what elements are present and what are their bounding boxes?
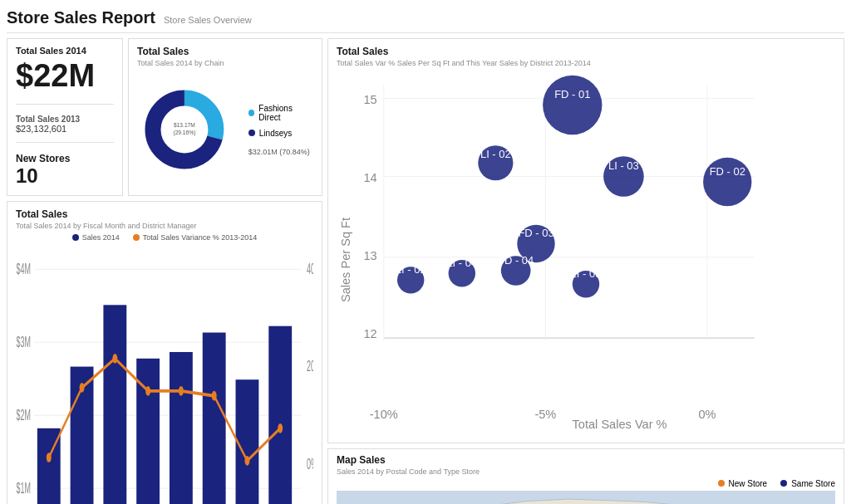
sales2014-dot (72, 234, 79, 241)
scatter-card: Total Sales Total Sales Var % Sales Per … (327, 38, 844, 443)
donut-chart: $13.17M (29.16%) (137, 80, 232, 179)
divider1 (16, 104, 114, 105)
line-dot-feb (80, 383, 85, 393)
bar-chart-card: Total Sales Total Sales 2014 by Fiscal M… (7, 201, 322, 504)
svg-text:40%: 40% (307, 261, 313, 277)
svg-text:(29.16%): (29.16%) (173, 130, 195, 136)
map-card: Map Sales Sales 2014 by Postal Code and … (327, 448, 844, 504)
donut-legend: Fashions Direct Lindseys $32.01M (70.84%… (248, 104, 313, 156)
line-dot-jun (212, 391, 217, 401)
line-dot-jul (244, 456, 249, 466)
map-area: Microsoft Bing © 2023 Microsoft Corporat… (337, 491, 835, 504)
svg-text:LI - 01: LI - 01 (396, 263, 426, 276)
new-store-label: New Store (729, 479, 768, 488)
bar-aug (268, 326, 292, 504)
svg-text:Total Sales Var %: Total Sales Var % (573, 418, 667, 431)
svg-text:0%: 0% (307, 455, 313, 472)
same-store-dot (780, 480, 787, 487)
bar-chart-svg: $4M $3M $2M $1M $0M 40% 20% 0% -20% (16, 245, 313, 504)
bar-chart-title: Total Sales (16, 208, 313, 220)
bar-chart-area: $4M $3M $2M $1M $0M 40% 20% 0% -20% (16, 245, 313, 504)
svg-text:$2M: $2M (17, 407, 31, 423)
variance-dot (133, 234, 140, 241)
legend-variance-label: Total Sales Variance % 2013-2014 (143, 233, 257, 242)
line-dot-aug (278, 423, 283, 433)
header: Store Sales Report Store Sales Overview (7, 5, 844, 33)
donut-area: $13.17M (29.16%) Fashions Direct Lin (137, 71, 313, 188)
bar-jul (236, 379, 259, 504)
legend-new-store: New Store (718, 479, 768, 488)
svg-text:0%: 0% (698, 408, 716, 421)
svg-text:$13.17M: $13.17M (174, 122, 195, 128)
svg-text:Sales Per Sq Ft: Sales Per Sq Ft (339, 218, 352, 302)
lindseys-label: Lindseys (259, 129, 292, 138)
main-content: Total Sales 2014 $22M Total Sales 2013 $… (7, 38, 844, 504)
bar-chart-subtitle: Total Sales 2014 by Fiscal Month and Dis… (16, 222, 313, 230)
new-stores-label: New Stores (16, 153, 114, 164)
svg-text:LI - 03: LI - 03 (608, 159, 639, 172)
svg-text:-10%: -10% (370, 408, 398, 421)
map-svg: Microsoft Bing © 2023 Microsoft Corporat… (337, 491, 835, 504)
total-sales-2014-label: Total Sales 2014 (16, 46, 114, 56)
scatter-fd01 (543, 76, 602, 135)
svg-text:FD - 03: FD - 03 (518, 227, 553, 239)
map-title: Map Sales (337, 454, 835, 466)
svg-text:12: 12 (363, 327, 376, 340)
bar-may (170, 352, 193, 504)
total-sales-2013-label: Total Sales 2013 (16, 115, 114, 124)
scatter-subtitle: Total Sales Var % Sales Per Sq Ft and Th… (337, 59, 835, 67)
svg-text:$3M: $3M (17, 334, 31, 350)
new-stores-value: 10 (16, 164, 114, 188)
svg-text:FD - 01: FD - 01 (554, 88, 590, 100)
legend-sales2014-label: Sales 2014 (82, 233, 120, 242)
legend-same-store: Same Store (780, 479, 835, 488)
new-store-dot (718, 480, 725, 487)
line-dot-may (179, 386, 184, 396)
legend-fashions-direct: Fashions Direct (248, 104, 313, 122)
bar-apr (136, 359, 160, 504)
line-dot-apr (145, 386, 150, 396)
svg-text:LI - 04: LI - 04 (446, 257, 477, 269)
donut-subtitle: Total Sales 2014 by Chain (137, 59, 313, 67)
svg-text:20%: 20% (307, 358, 313, 374)
svg-text:FD - 04: FD - 04 (498, 254, 534, 267)
fashions-direct-dot (248, 110, 255, 116)
total-sales-2013-value: $23,132,601 (16, 124, 114, 134)
divider2 (16, 142, 114, 143)
scatter-svg: Sales Per Sq Ft Total Sales Var % 15 14 … (337, 71, 835, 436)
fashions-direct-label: Fashions Direct (258, 104, 313, 122)
svg-text:FD - 02: FD - 02 (710, 165, 745, 178)
same-store-label: Same Store (791, 479, 835, 488)
scatter-area: Sales Per Sq Ft Total Sales Var % 15 14 … (337, 71, 835, 436)
right-column: Total Sales Total Sales Var % Sales Per … (327, 38, 844, 504)
svg-text:$4M: $4M (17, 261, 31, 277)
legend-variance: Total Sales Variance % 2013-2014 (133, 233, 257, 242)
page-subtitle: Store Sales Overview (164, 15, 252, 25)
left-column: Total Sales 2014 $22M Total Sales 2013 $… (7, 38, 322, 504)
svg-text:15: 15 (363, 93, 376, 106)
svg-text:13: 13 (363, 249, 376, 262)
lindseys-value: $32.01M (70.84%) (248, 148, 313, 156)
legend-sales2014: Sales 2014 (72, 233, 120, 242)
bar-jun (203, 333, 226, 504)
dashboard: Store Sales Report Store Sales Overview … (0, 0, 851, 504)
total-sales-2014-value: $22M (16, 59, 114, 94)
line-dot-jan (47, 453, 52, 462)
line-dot-mar (112, 354, 117, 364)
svg-text:-5%: -5% (534, 408, 556, 421)
top-row: Total Sales 2014 $22M Total Sales 2013 $… (7, 38, 322, 196)
donut-title: Total Sales (137, 46, 313, 57)
kpi-card: Total Sales 2014 $22M Total Sales 2013 $… (7, 38, 123, 196)
page-title: Store Sales Report (7, 8, 155, 27)
map-subtitle: Sales 2014 by Postal Code and Type Store (337, 467, 835, 476)
legend-lindseys: Lindseys (248, 129, 313, 138)
bar-chart-legend: Sales 2014 Total Sales Variance % 2013-2… (16, 233, 313, 242)
scatter-title: Total Sales (337, 46, 835, 57)
svg-text:$1M: $1M (17, 480, 31, 497)
map-legend: New Store Same Store (337, 479, 835, 488)
svg-text:LI - 05: LI - 05 (571, 267, 602, 280)
svg-text:14: 14 (363, 171, 376, 184)
svg-text:LI - 02: LI - 02 (480, 148, 511, 160)
donut-card: Total Sales Total Sales 2014 by Chain $1… (128, 38, 322, 196)
bar-mar (103, 305, 126, 504)
